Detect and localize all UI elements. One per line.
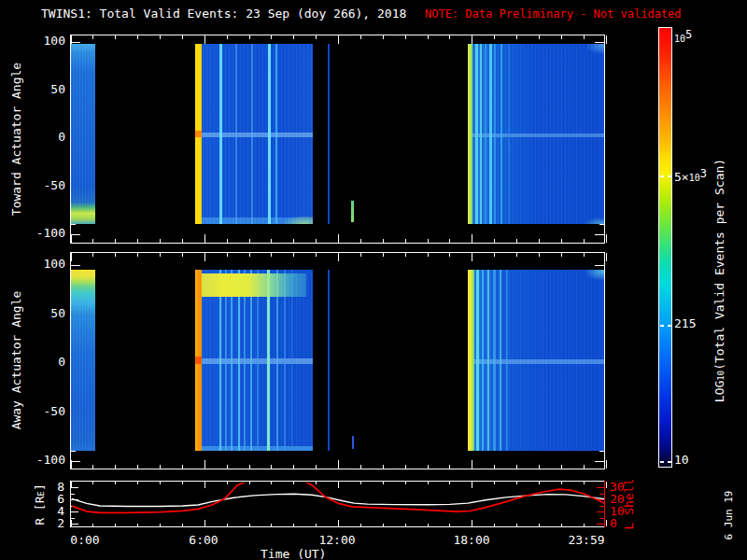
away-y-tick-label: 50: [15, 306, 65, 320]
axis-tick: [71, 234, 72, 243]
axis-tick: [293, 239, 294, 243]
spectrogram-block: [195, 270, 314, 451]
axis-tick: [539, 465, 540, 469]
away-y-tick-label: -50: [15, 404, 65, 418]
axis-tick: [115, 35, 116, 39]
axis-tick: [182, 253, 183, 257]
axis-tick: [137, 35, 138, 39]
y-axis-title-lshell: L Shell: [622, 479, 637, 530]
axis-tick: [338, 253, 339, 261]
axis-tick: [160, 35, 161, 39]
axis-tick: [606, 234, 607, 243]
colorbar-tick-10: [660, 461, 672, 463]
axis-tick: [271, 465, 272, 469]
spectrogram-block: [71, 44, 95, 224]
spectrogram-block: [468, 270, 604, 451]
axis-tick: [271, 253, 272, 257]
l-shell-curve: [71, 482, 606, 512]
axis-tick: [316, 239, 317, 243]
axis-tick: [383, 465, 384, 469]
spectrogram-block: [195, 44, 314, 224]
axis-tick: [472, 35, 472, 44]
axis-tick: [405, 239, 406, 243]
axis-tick: [204, 35, 205, 44]
axis-tick: [71, 253, 72, 261]
axis-tick: [539, 35, 540, 39]
axis-tick: [71, 224, 76, 225]
axis-tick: [599, 451, 604, 452]
colorbar-label-bottom: 10: [674, 453, 689, 467]
axis-tick: [182, 465, 183, 469]
spectrogram-block: [328, 270, 331, 451]
axis-tick: [338, 234, 339, 243]
axis-tick: [561, 239, 562, 243]
axis-tick: [360, 465, 361, 469]
axis-tick: [584, 35, 585, 39]
colorbar: [658, 27, 672, 468]
orbit-right-spine: [604, 481, 606, 527]
x-tick-label: 18:00: [447, 533, 496, 547]
axis-tick: [92, 239, 93, 243]
toward-spectrogram-data: [71, 44, 604, 224]
axis-tick: [316, 465, 317, 469]
axis-tick: [494, 239, 495, 243]
x-axis-title: Time (UT): [261, 547, 326, 560]
toward-y-tick-label: 100: [15, 34, 65, 48]
axis-tick: [561, 253, 562, 257]
colorbar-tick-215: [660, 325, 672, 327]
away-spectrogram-data: [71, 270, 604, 451]
away-y-tick-label: 100: [15, 257, 65, 271]
axis-tick: [227, 35, 228, 39]
axis-tick: [249, 239, 250, 243]
axis-tick: [428, 465, 429, 469]
axis-tick: [606, 35, 607, 44]
axis-tick: [293, 253, 294, 257]
axis-tick: [516, 465, 517, 469]
spectrogram-block: [328, 44, 331, 224]
axis-tick: [204, 460, 205, 469]
axis-tick: [405, 465, 406, 469]
colorbar-tick-5e3: [660, 175, 672, 177]
axis-tick: [182, 239, 183, 243]
l-tick-label: 0: [610, 516, 617, 530]
axis-tick: [516, 239, 517, 243]
axis-tick: [71, 461, 80, 462]
axis-tick: [137, 465, 138, 469]
axis-tick: [428, 35, 429, 39]
spectrogram-block: [71, 270, 95, 451]
axis-tick: [449, 465, 450, 469]
axis-tick: [204, 253, 205, 261]
twins-plot-canvas: TWINS1: Total Valid Events: 23 Sep (doy …: [0, 0, 747, 560]
axis-tick: [71, 265, 80, 266]
r-tick-label: 2: [37, 516, 64, 530]
axis-tick: [595, 234, 604, 235]
spectrogram-band: [202, 273, 306, 297]
x-tick-label: 12:00: [313, 533, 361, 547]
axis-tick: [595, 461, 604, 462]
spectrogram-block: [351, 201, 354, 222]
axis-tick: [160, 253, 161, 257]
axis-tick: [92, 253, 93, 257]
axis-tick: [160, 465, 161, 469]
axis-tick: [516, 253, 517, 257]
axis-tick: [271, 239, 272, 243]
toward-y-tick-label: 50: [15, 82, 65, 96]
axis-tick: [584, 239, 585, 243]
spectrogram-band: [195, 357, 202, 364]
axis-tick: [595, 42, 604, 43]
axis-tick: [584, 465, 585, 469]
axis-tick: [115, 239, 116, 243]
spectrogram-band: [195, 131, 202, 138]
x-tick-label: 23:59: [562, 533, 611, 547]
axis-tick: [182, 35, 183, 39]
axis-tick: [293, 35, 294, 39]
axis-tick: [316, 253, 317, 257]
axis-tick: [539, 239, 540, 243]
away-y-tick-label: 0: [15, 355, 65, 369]
axis-tick: [71, 451, 76, 452]
axis-tick: [606, 460, 607, 469]
preliminary-note: NOTE: Data Preliminary - Not validated: [425, 7, 682, 21]
axis-tick: [137, 239, 138, 243]
axis-tick: [539, 253, 540, 257]
axis-tick: [584, 253, 585, 257]
